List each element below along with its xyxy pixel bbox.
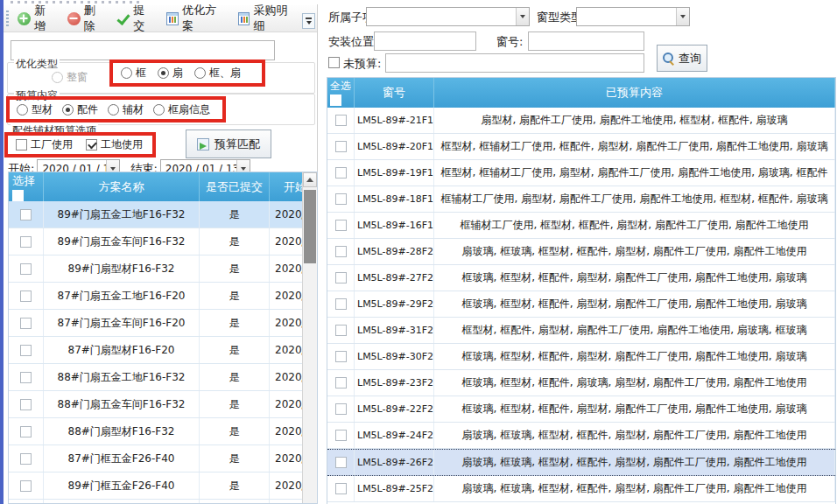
plan-name-cell: 88#门框五金F21-F40 bbox=[44, 500, 200, 504]
row-checkbox[interactable] bbox=[335, 272, 347, 284]
optimize-type-highlight-box: 框 扇 框、扇 bbox=[109, 60, 265, 87]
budget-content-radio[interactable]: 型材 bbox=[17, 102, 53, 117]
budget-row[interactable]: LM5L-89#-29F27 框玻璃, 框型材, 框配件, 扇型材, 扇配件工厂… bbox=[327, 291, 835, 318]
row-checkbox[interactable] bbox=[335, 457, 347, 468]
row-checkbox[interactable] bbox=[335, 325, 347, 336]
plan-row[interactable]: 87#门框五金F26-F40 是 2020/0 bbox=[9, 445, 317, 472]
toolbar-grip[interactable] bbox=[6, 10, 9, 27]
plan-row[interactable]: 89#门框五金F26-F40 是 2020/0 bbox=[9, 472, 317, 500]
delete-button[interactable]: 删除 bbox=[62, 0, 112, 37]
plan-row[interactable]: 88#门框五金F21-F40 是 2020/0 bbox=[9, 500, 317, 504]
budget-content-column-header[interactable]: 已预算内容 bbox=[434, 78, 835, 108]
plan-row[interactable]: 89#门扇五金工地F16-F32 是 2020/0 bbox=[9, 201, 317, 228]
budget-content-cell: 扇玻璃, 框玻璃, 框型材, 框配件, 扇型材, 扇配件工厂使用, 扇配件工地使… bbox=[434, 476, 835, 501]
scrollbar-thumb[interactable] bbox=[304, 190, 316, 263]
row-checkbox[interactable] bbox=[335, 246, 347, 257]
radio-whole-window[interactable]: 整窗 bbox=[52, 70, 88, 85]
row-checkbox[interactable] bbox=[335, 220, 347, 231]
not-budgeted-input[interactable] bbox=[385, 53, 644, 73]
plan-row[interactable]: 88#门扇五金工地F16-F32 是 2020/0 bbox=[9, 364, 317, 391]
plan-row[interactable]: 89#门扇五金车间F16-F32 是 2020/0 bbox=[9, 228, 317, 256]
budget-row[interactable]: LM5L-89#-22F20 框玻璃, 框型材, 框配件, 扇型材, 扇配件工厂… bbox=[327, 396, 835, 423]
budget-row[interactable]: LM5L-89#-16F15 框辅材工厂使用, 框型材, 框配件, 扇型材, 扇… bbox=[327, 213, 835, 239]
row-checkbox[interactable] bbox=[335, 115, 347, 126]
row-checkbox[interactable] bbox=[20, 318, 32, 329]
add-button-label: 新增 bbox=[34, 3, 57, 34]
plan-name-column-header[interactable]: 方案名称 bbox=[44, 172, 200, 201]
submitted-cell: 是 bbox=[200, 228, 270, 255]
plan-table-scrollbar[interactable] bbox=[302, 172, 317, 503]
row-checkbox[interactable] bbox=[20, 209, 32, 220]
row-checkbox[interactable] bbox=[335, 193, 347, 205]
budget-row[interactable]: LM5L-89#-27F25 框玻璃, 框型材, 框配件, 扇型材, 扇配件工厂… bbox=[327, 265, 835, 291]
row-checkbox[interactable] bbox=[335, 167, 347, 178]
budget-content-cell: 框辅材工厂使用, 框型材, 框配件, 扇型材, 扇配件工厂使用, 扇配件工地使用 bbox=[434, 213, 835, 238]
plan-name-cell: 89#门扇五金工地F16-F32 bbox=[44, 201, 200, 228]
row-checkbox[interactable] bbox=[335, 141, 347, 152]
budget-row[interactable]: LM5L-89#-18F16 框辅材工厂使用, 扇型材, 扇配件工厂使用, 扇配… bbox=[327, 186, 835, 213]
row-checkbox[interactable] bbox=[335, 377, 347, 388]
row-checkbox[interactable] bbox=[20, 290, 32, 302]
select-all-column-header[interactable]: 全选 bbox=[327, 78, 355, 108]
row-checkbox[interactable] bbox=[335, 351, 347, 362]
add-button[interactable]: 新增 bbox=[12, 0, 62, 37]
budget-row[interactable]: LM5L-89#-31F29 框型材, 框配件, 扇型材, 扇配件工厂使用, 扇… bbox=[327, 318, 835, 344]
row-checkbox[interactable] bbox=[20, 263, 32, 275]
row-checkbox[interactable] bbox=[335, 403, 347, 415]
window-no-input[interactable] bbox=[528, 32, 644, 51]
row-checkbox[interactable] bbox=[335, 483, 347, 494]
select-column-header[interactable]: 选择 bbox=[9, 172, 44, 201]
budget-row[interactable]: LM5L-89#-23F21 框玻璃, 框型材, 框配件, 扇玻璃, 扇型材, … bbox=[327, 370, 835, 396]
row-checkbox[interactable] bbox=[20, 345, 32, 356]
select-all-checkbox[interactable] bbox=[12, 190, 24, 201]
sub-item-select[interactable] bbox=[366, 7, 530, 26]
radio-icon bbox=[194, 67, 206, 79]
budget-content-radio[interactable]: 配件 bbox=[62, 102, 98, 117]
scroll-up-button[interactable] bbox=[303, 172, 317, 187]
budget-row[interactable]: LM5L-89#-21F19 扇型材, 扇配件工厂使用, 扇配件工地使用, 框型… bbox=[327, 108, 835, 134]
optimize-type-radio[interactable]: 扇 bbox=[158, 66, 183, 80]
budget-row[interactable]: LM5L-89#-24F22 扇玻璃, 框玻璃, 框型材, 框配件, 扇型材, … bbox=[327, 423, 835, 449]
plan-row[interactable]: 89#门扇型材F16-F32 是 2020/0 bbox=[9, 256, 317, 283]
window-type-dropdown-icon[interactable] bbox=[676, 8, 689, 25]
radio-icon bbox=[153, 104, 165, 116]
submit-button[interactable]: 提交 bbox=[111, 0, 161, 37]
select-all-checkbox[interactable] bbox=[330, 94, 341, 106]
usage-checkbox[interactable]: 工地使用 bbox=[86, 137, 143, 152]
budget-row[interactable]: LM5L-89#-19F17 框型材, 框辅材工厂使用, 扇型材, 扇配件工厂使… bbox=[327, 160, 835, 186]
install-position-input[interactable] bbox=[374, 32, 476, 51]
row-checkbox[interactable] bbox=[20, 399, 32, 410]
optimize-type-radio[interactable]: 框、扇 bbox=[194, 66, 241, 80]
budget-row[interactable]: LM5L-89#-20F18 框型材, 框辅材工厂使用, 框配件, 扇型材, 扇… bbox=[327, 134, 835, 160]
budget-row[interactable]: LM5L-89#-26F24 扇玻璃, 框玻璃, 框型材, 框配件, 扇型材, … bbox=[327, 449, 835, 476]
plan-name-cell: 88#门扇五金车间F16-F32 bbox=[44, 391, 200, 417]
toolbar-overflow-button[interactable] bbox=[302, 13, 315, 29]
optimize-plan-button[interactable]: 优化方案 bbox=[161, 0, 233, 37]
plan-row[interactable]: 87#门扇五金工地F16-F20 是 2020/0 bbox=[9, 283, 317, 310]
row-checkbox[interactable] bbox=[20, 453, 32, 465]
window-no-column-header[interactable]: 窗号 bbox=[355, 78, 434, 108]
submitted-column-header[interactable]: 是否已提交 bbox=[200, 172, 270, 201]
row-checkbox[interactable] bbox=[20, 426, 32, 438]
row-checkbox[interactable] bbox=[20, 372, 32, 383]
not-budgeted-checkbox[interactable] bbox=[328, 57, 340, 68]
budget-content-radio[interactable]: 框扇信息 bbox=[153, 102, 210, 117]
plan-row[interactable]: 87#门扇型材F16-F20 是 2020/0 bbox=[9, 337, 317, 364]
sub-item-dropdown-icon[interactable] bbox=[516, 8, 529, 25]
window-type-select[interactable] bbox=[576, 7, 690, 26]
budget-match-button[interactable]: 预算匹配 bbox=[186, 130, 271, 158]
budget-content-radio[interactable]: 辅材 bbox=[108, 102, 144, 117]
budget-row[interactable]: LM5L-89#-25F23 扇玻璃, 框玻璃, 框型材, 框配件, 扇型材, … bbox=[327, 476, 835, 502]
plan-row[interactable]: 88#门扇型材F16-F32 是 2020/0 bbox=[9, 418, 317, 445]
budget-row[interactable]: LM5L-89#-28F26 扇玻璃, 框玻璃, 框型材, 框配件, 扇型材, … bbox=[327, 239, 835, 265]
usage-checkbox[interactable]: 工厂使用 bbox=[16, 137, 73, 152]
budget-row[interactable]: LM5L-89#-30F28 框玻璃, 框型材, 框配件, 扇型材, 扇配件工厂… bbox=[327, 344, 835, 370]
optimize-type-radio[interactable]: 框 bbox=[121, 66, 146, 80]
row-checkbox[interactable] bbox=[335, 430, 347, 441]
row-checkbox[interactable] bbox=[335, 298, 347, 310]
plan-row[interactable]: 87#门扇五金车间F16-F20 是 2020/0 bbox=[9, 310, 317, 337]
row-checkbox[interactable] bbox=[20, 480, 32, 492]
row-checkbox[interactable] bbox=[20, 236, 32, 248]
plan-row[interactable]: 88#门扇五金车间F16-F32 是 2020/0 bbox=[9, 391, 317, 418]
query-button[interactable]: 查询 bbox=[657, 45, 707, 72]
